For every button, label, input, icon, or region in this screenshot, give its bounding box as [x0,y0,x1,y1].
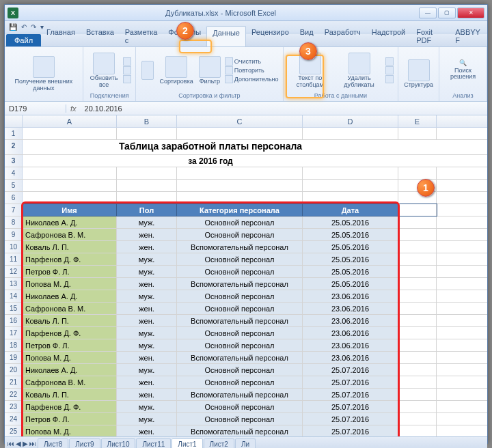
cell[interactable]: 25.07.2016 [303,376,398,388]
sheet-tab[interactable]: Лист8 [38,438,68,449]
file-tab[interactable]: Файл [6,34,41,46]
col-header[interactable]: E [398,115,437,127]
cell[interactable] [398,364,437,376]
cell[interactable]: 25.07.2016 [303,425,398,436]
cell[interactable]: жен. [117,278,177,290]
ribbon-tab[interactable]: Foxit PDF [411,26,450,46]
cell[interactable]: муж. [117,290,177,302]
cell[interactable]: жен. [117,303,177,314]
col-header[interactable]: C [177,115,303,127]
ribbon-tab[interactable]: ABBYY F [450,26,487,46]
ribbon-tab[interactable]: Главная [41,26,81,46]
cell[interactable]: Вспомогательный персонал [177,425,303,436]
cell[interactable] [398,266,437,277]
cell[interactable]: Вспомогательный персонал [177,241,303,253]
cell[interactable]: Вспомогательный персонал [177,352,303,363]
formula-input[interactable]: 20.10.2016 [81,104,126,113]
sheet-nav-next-icon[interactable]: ▶ [23,440,28,447]
cell[interactable]: Парфенов Д. Ф. [23,327,117,339]
cell[interactable]: Основной персонал [177,229,303,240]
cell[interactable]: Основной персонал [177,401,303,412]
cell[interactable]: Петров Ф. Л. [23,266,117,277]
col-header[interactable]: A [23,115,117,127]
remove-duplicates-button[interactable]: Удалить дубликаты [336,51,383,90]
maximize-button[interactable]: ▢ [438,8,456,18]
cell[interactable] [398,401,437,412]
cell[interactable]: 25.05.2016 [303,241,398,253]
cell[interactable]: Основной персонал [177,364,303,376]
solver-button[interactable]: 🔍Поиск решения [443,59,482,83]
cell[interactable] [398,216,437,228]
cell[interactable]: Сафронова В. М. [23,303,117,314]
sheet-tab[interactable]: Ли [235,438,256,449]
fx-icon[interactable]: fx [66,104,81,113]
ribbon-tab[interactable]: Надстрой [366,26,411,46]
cell[interactable]: муж. [117,413,177,425]
cell[interactable]: Основной персонал [177,266,303,277]
cell[interactable]: Вспомогательный персонал [177,315,303,326]
cell[interactable]: 25.05.2016 [303,216,398,228]
sort-button[interactable]: Сортировка [158,55,194,87]
cell[interactable] [398,339,437,351]
cell[interactable]: Попова М. Д. [23,278,117,290]
cell[interactable]: Вспомогательный персонал [177,389,303,400]
cell[interactable] [398,253,437,265]
cell[interactable] [398,327,437,339]
cell[interactable]: Основной персонал [177,413,303,425]
cell[interactable]: жен. [117,352,177,363]
cell[interactable]: Вспомогательный персонал [177,278,303,290]
cell[interactable] [398,376,437,388]
cell[interactable]: жен. [117,241,177,253]
qat-redo-icon[interactable]: ↷ [31,23,36,31]
col-header[interactable]: D [303,115,398,127]
cell[interactable]: Коваль Л. П. [23,241,117,253]
external-data-button[interactable]: Получение внешних данных [9,55,79,94]
cell[interactable] [398,413,437,425]
ribbon-tab[interactable]: Данные [206,26,246,46]
cell[interactable]: муж. [117,216,177,228]
cell[interactable] [398,241,437,253]
cell[interactable]: Сафронова В. М. [23,229,117,240]
cell[interactable]: Николаев А. Д. [23,290,117,302]
cell[interactable]: 25.05.2016 [303,253,398,265]
cell[interactable]: 25.07.2016 [303,364,398,376]
ribbon-tab[interactable]: Рецензиро [246,26,295,46]
qat-save-icon[interactable]: 💾 [9,23,17,31]
ribbon-tab[interactable]: Вставка [81,26,120,46]
cell[interactable] [398,278,437,290]
sheet-nav-first-icon[interactable]: ⏮ [8,440,14,447]
cell[interactable]: муж. [117,364,177,376]
cell[interactable]: 25.07.2016 [303,413,398,425]
cell[interactable]: 25.07.2016 [303,401,398,412]
close-button[interactable]: ✕ [457,8,484,18]
cell[interactable]: жен. [117,376,177,388]
cell[interactable]: Основной персонал [177,327,303,339]
reapply-filter-button[interactable]: Повторить [225,66,279,74]
cell[interactable] [398,315,437,326]
filter-button[interactable]: Фильтр [197,55,222,87]
cell[interactable]: Парфенов Д. Ф. [23,401,117,412]
cell[interactable] [398,290,437,302]
cell[interactable]: Николаев А. Д. [23,364,117,376]
cell[interactable]: Николаев А. Д. [23,216,117,228]
cell[interactable]: Петров Ф. Л. [23,413,117,425]
cell[interactable]: жен. [117,229,177,240]
cell[interactable]: 23.06.2016 [303,339,398,351]
advanced-filter-button[interactable]: Дополнительно [225,75,279,83]
cell[interactable]: 23.06.2016 [303,290,398,302]
clear-filter-button[interactable]: Очистить [225,57,279,66]
cell[interactable]: Основной персонал [177,376,303,388]
cell[interactable]: жен. [117,315,177,326]
cell[interactable]: 23.06.2016 [303,327,398,339]
sheet-tab[interactable]: Лист1 [172,438,202,449]
cell[interactable]: жен. [117,389,177,400]
minimize-button[interactable]: — [419,8,437,18]
cell[interactable]: Попова М. Д. [23,425,117,436]
name-box[interactable]: D179 [5,104,66,113]
cell[interactable] [398,303,437,314]
cell[interactable]: 23.06.2016 [303,352,398,363]
cell[interactable]: 25.05.2016 [303,266,398,277]
cell[interactable] [398,425,437,436]
sheet-tab[interactable]: Лист10 [101,438,136,449]
cell[interactable]: Коваль Л. П. [23,389,117,400]
